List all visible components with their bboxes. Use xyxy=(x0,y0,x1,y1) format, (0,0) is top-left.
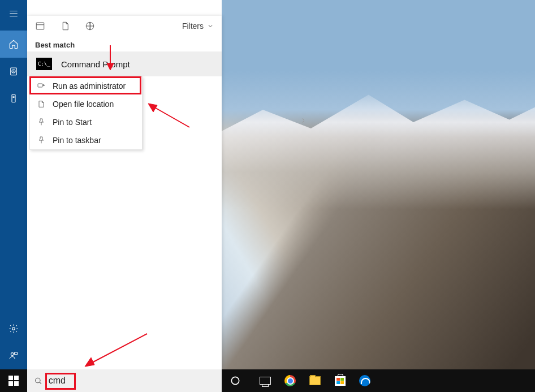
task-view-icon xyxy=(260,377,271,385)
microsoft-store-icon xyxy=(335,376,346,386)
edge-icon xyxy=(359,375,370,386)
taskbar xyxy=(0,369,535,392)
documents-filter-icon[interactable] xyxy=(60,21,70,31)
person-feedback-icon xyxy=(8,351,19,361)
svg-point-4 xyxy=(11,353,14,356)
svg-point-10 xyxy=(231,377,239,384)
ctx-label: Run as administrator xyxy=(53,81,126,91)
ctx-open-file-location[interactable]: Open file location xyxy=(30,95,142,113)
rail-feedback-button[interactable] xyxy=(0,342,27,369)
pin-start-icon xyxy=(37,118,46,127)
panel-top-gap xyxy=(27,0,222,16)
ctx-label: Open file location xyxy=(53,100,114,109)
filters-label: Filters xyxy=(182,21,204,31)
rail-menu-button[interactable] xyxy=(0,0,27,27)
chrome-taskbar-button[interactable] xyxy=(278,369,302,392)
result-command-prompt[interactable]: C:\_ Command Prompt xyxy=(27,51,222,76)
hamburger-icon xyxy=(8,8,19,19)
pin-taskbar-icon xyxy=(37,136,46,145)
result-title: Command Prompt xyxy=(61,59,130,69)
cmd-icon: C:\_ xyxy=(36,58,52,70)
svg-point-3 xyxy=(12,328,15,330)
svg-rect-8 xyxy=(38,84,42,87)
clock-icon xyxy=(8,66,19,76)
home-icon xyxy=(8,39,19,49)
search-input[interactable] xyxy=(49,376,215,386)
best-match-label: Best match xyxy=(27,36,222,51)
tower-icon xyxy=(8,93,19,104)
search-icon xyxy=(34,376,43,386)
cortana-button[interactable] xyxy=(222,369,249,392)
ctx-label: Pin to taskbar xyxy=(53,136,101,145)
rail-device-button[interactable] xyxy=(0,85,27,112)
file-explorer-icon xyxy=(309,376,321,385)
apps-filter-icon[interactable] xyxy=(35,21,45,31)
file-explorer-taskbar-button[interactable] xyxy=(303,369,327,392)
ctx-run-as-admin[interactable]: Run as administrator xyxy=(30,77,142,95)
taskbar-search-box[interactable] xyxy=(27,369,222,392)
cortana-ring-icon xyxy=(230,375,241,386)
ctx-label: Pin to Start xyxy=(53,118,92,127)
svg-rect-6 xyxy=(36,23,44,29)
rail-settings-button[interactable] xyxy=(0,315,27,342)
context-menu: Run as administrator Open file location … xyxy=(29,76,143,150)
shield-admin-icon xyxy=(37,81,46,91)
start-button[interactable] xyxy=(0,369,27,392)
taskbar-pinned-apps xyxy=(253,369,377,392)
chevron-right-icon xyxy=(300,116,307,125)
rail-recent-button[interactable] xyxy=(0,58,27,85)
edge-taskbar-button[interactable] xyxy=(353,369,377,392)
folder-location-icon xyxy=(37,100,46,109)
expand-chevron[interactable] xyxy=(300,116,307,127)
task-view-button[interactable] xyxy=(253,369,277,392)
svg-rect-2 xyxy=(12,94,15,102)
windows-logo-icon xyxy=(8,376,19,386)
filters-dropdown[interactable]: Filters xyxy=(182,21,214,31)
rail-home-button[interactable] xyxy=(0,31,27,58)
chrome-icon xyxy=(284,375,296,386)
ctx-pin-to-taskbar[interactable]: Pin to taskbar xyxy=(30,131,142,149)
store-taskbar-button[interactable] xyxy=(328,369,352,392)
svg-rect-5 xyxy=(15,352,18,355)
cortana-left-rail xyxy=(0,0,27,369)
search-results-panel: Filters Best match C:\_ Command Prompt R… xyxy=(27,16,222,369)
gear-icon xyxy=(8,324,19,334)
web-filter-icon[interactable] xyxy=(85,21,95,31)
ctx-pin-to-start[interactable]: Pin to Start xyxy=(30,113,142,131)
chevron-down-icon xyxy=(207,23,214,29)
panel-filter-bar: Filters xyxy=(27,16,222,36)
